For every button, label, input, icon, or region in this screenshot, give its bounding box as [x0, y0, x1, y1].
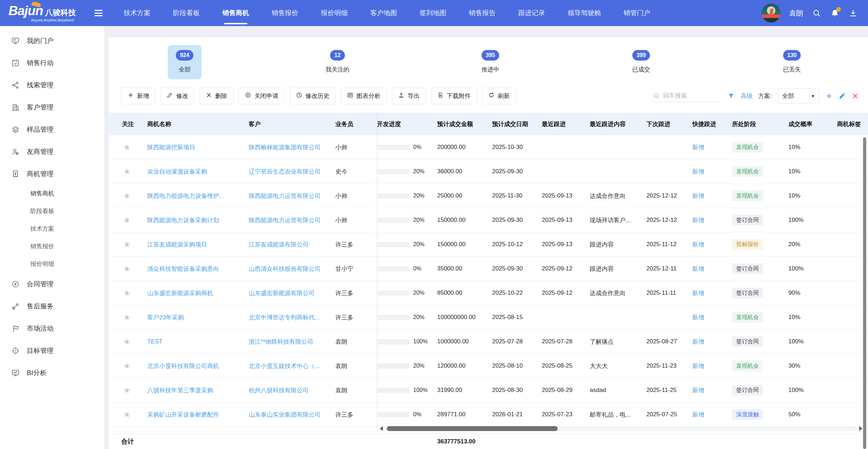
- sidebar-subitem[interactable]: 销售商机: [0, 185, 104, 202]
- column-header[interactable]: 预计成交金额: [437, 120, 492, 128]
- customer-link[interactable]: 陕西能源电力运营有限公司: [249, 193, 321, 199]
- customer-link[interactable]: 山东盛宏新能源有限公司: [249, 290, 315, 297]
- nav-item[interactable]: 报价明细: [310, 0, 359, 26]
- quick-follow-link[interactable]: 新增: [692, 193, 704, 199]
- star-icon[interactable]: ★: [123, 288, 131, 298]
- column-header[interactable]: 下次跟进: [646, 120, 692, 128]
- star-icon[interactable]: ★: [123, 143, 131, 152]
- toolbar-button[interactable]: 导出: [392, 88, 426, 104]
- column-header[interactable]: 商机名称: [147, 120, 249, 128]
- stat-tab[interactable]: 399已成交: [624, 45, 658, 79]
- horizontal-scrollbar[interactable]: [380, 426, 862, 431]
- opportunity-link[interactable]: 陕西电力能源电力设备维护...: [147, 193, 224, 199]
- nav-item[interactable]: 阶段看板: [162, 0, 211, 26]
- nav-item[interactable]: 客户地图: [359, 0, 408, 26]
- vertical-scrollbar[interactable]: [863, 137, 866, 449]
- sidebar-subitem[interactable]: 销售报价: [0, 238, 104, 255]
- customer-link[interactable]: 北京中博世达专利商标代...: [249, 314, 320, 321]
- delete-scheme-icon[interactable]: [851, 92, 859, 100]
- quick-follow-link[interactable]: 新增: [692, 363, 704, 369]
- nav-item[interactable]: 销售报价: [260, 0, 310, 26]
- opportunity-link[interactable]: TEST: [147, 338, 162, 345]
- opportunity-link[interactable]: 客户23年采购: [147, 314, 184, 321]
- quick-follow-link[interactable]: 新增: [692, 314, 704, 321]
- user-name[interactable]: 袁朗: [789, 8, 803, 18]
- star-icon[interactable]: ★: [123, 337, 131, 346]
- star-icon[interactable]: ★: [123, 240, 131, 249]
- advanced-filter-link[interactable]: 高级: [740, 92, 752, 100]
- toolbar-button[interactable]: 图表分析: [341, 88, 387, 104]
- vertical-scroll-thumb[interactable]: [863, 137, 866, 449]
- sidebar-item[interactable]: 市场活动: [0, 317, 104, 339]
- toolbar-button[interactable]: 修改历史: [290, 88, 336, 104]
- horizontal-scroll-thumb[interactable]: [387, 426, 558, 431]
- scroll-right-arrow-icon[interactable]: [859, 426, 862, 431]
- stat-tab[interactable]: 395推进中: [473, 45, 507, 79]
- nav-item[interactable]: 销管门户: [612, 0, 662, 26]
- sidebar-item[interactable]: 线索管理: [0, 74, 104, 96]
- customer-link[interactable]: 辽宁星辰生态农业有限公司: [249, 168, 321, 175]
- quick-follow-link[interactable]: 新增: [692, 338, 704, 345]
- notification-bell-icon[interactable]: [830, 8, 840, 18]
- customer-link[interactable]: 山西清众科技股份有限公司: [249, 266, 321, 272]
- download-icon[interactable]: [848, 8, 858, 18]
- quick-follow-link[interactable]: 新增: [692, 387, 704, 394]
- quick-follow-link[interactable]: 新增: [692, 411, 704, 418]
- sidebar-subitem[interactable]: 技术方案: [0, 220, 104, 238]
- quick-follow-link[interactable]: 新增: [692, 144, 704, 151]
- stat-tab[interactable]: 924全部: [168, 45, 202, 79]
- sidebar-item[interactable]: 销售行动: [0, 52, 104, 74]
- opportunity-link[interactable]: 山东盛宏新能源采购商机: [147, 290, 213, 297]
- customer-link[interactable]: 江苏友成能源有限公司: [249, 241, 309, 248]
- opportunity-link[interactable]: 陕西能源电力设备采购计划: [147, 217, 219, 224]
- filter-funnel-icon[interactable]: [727, 92, 735, 100]
- toolbar-button[interactable]: 下载附件: [431, 88, 477, 104]
- column-header[interactable]: 最近跟进: [542, 120, 590, 128]
- nav-item[interactable]: 签到地图: [408, 0, 458, 26]
- sidebar-item[interactable]: 友商管理: [0, 141, 104, 163]
- edit-scheme-icon[interactable]: [838, 92, 846, 100]
- opportunity-link[interactable]: 陕西能源挖新项目: [147, 144, 195, 151]
- column-header[interactable]: 所处阶段: [732, 120, 788, 128]
- sidebar-item[interactable]: 我的门户: [0, 30, 104, 52]
- scheme-select[interactable]: 全部 ▼: [777, 88, 820, 104]
- sidebar-item[interactable]: 目标管理: [0, 339, 104, 362]
- opportunity-link[interactable]: 清众科技智能设备采购意向: [147, 266, 219, 272]
- column-header[interactable]: 成交概率: [788, 120, 837, 128]
- sidebar-item[interactable]: 合同管理: [0, 273, 104, 295]
- toolbar-button[interactable]: 刷新: [482, 88, 516, 104]
- opportunity-link[interactable]: 农业自动灌溉设备采购: [147, 168, 207, 175]
- opportunity-link[interactable]: 北京小度科技有限公司商机: [147, 363, 219, 369]
- star-icon[interactable]: ★: [123, 410, 131, 419]
- star-icon[interactable]: ★: [123, 167, 131, 176]
- horizontal-scroll-track[interactable]: [385, 426, 857, 431]
- quick-follow-link[interactable]: 新增: [692, 217, 704, 224]
- search-icon[interactable]: [812, 8, 822, 18]
- quick-follow-link[interactable]: 新增: [692, 290, 704, 297]
- sidebar-subitem[interactable]: 阶段看板: [0, 202, 104, 220]
- app-logo[interactable]: Bajun 八骏科技 Anyone,Anytime,Anywhere!: [8, 4, 92, 22]
- star-icon[interactable]: ★: [123, 191, 131, 200]
- user-avatar[interactable]: [762, 4, 781, 23]
- scroll-left-arrow-icon[interactable]: [380, 426, 383, 431]
- star-icon[interactable]: ★: [123, 386, 131, 395]
- star-icon[interactable]: ★: [123, 264, 131, 273]
- nav-item[interactable]: 技术方案: [112, 0, 162, 26]
- sidebar-item[interactable]: 售后服务: [0, 295, 104, 317]
- sidebar-item[interactable]: 客户管理: [0, 96, 104, 118]
- customer-link[interactable]: 山东泰山实业集团有限公司: [249, 411, 321, 418]
- search-input[interactable]: [663, 92, 718, 99]
- column-header[interactable]: 商机标签: [837, 120, 868, 128]
- toolbar-button[interactable]: 新增: [121, 88, 155, 104]
- star-icon[interactable]: ★: [123, 361, 131, 370]
- toolbar-button[interactable]: 关闭申请: [238, 88, 285, 104]
- sidebar-subitem[interactable]: 报价明细: [0, 255, 104, 273]
- nav-item[interactable]: 销售报告: [458, 0, 507, 26]
- column-header[interactable]: 快捷跟进: [692, 120, 732, 128]
- sidebar-item[interactable]: 样品管理: [0, 118, 104, 141]
- star-icon[interactable]: ★: [123, 313, 131, 322]
- add-scheme-icon[interactable]: [825, 92, 833, 100]
- customer-link[interactable]: 杭州八骏科技有限公司: [249, 387, 309, 394]
- opportunity-link[interactable]: 采购矿山开采设备耐磨配件: [147, 411, 219, 418]
- quick-follow-link[interactable]: 新增: [692, 168, 704, 175]
